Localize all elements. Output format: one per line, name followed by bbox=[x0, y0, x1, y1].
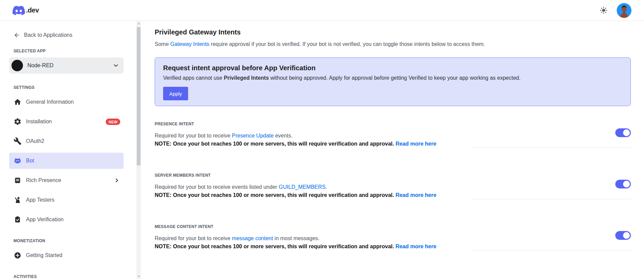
plus-circle-icon bbox=[14, 251, 22, 259]
page-title: Privileged Gateway Intents bbox=[155, 28, 631, 36]
new-badge: NEW bbox=[106, 119, 120, 125]
wrench-icon bbox=[14, 137, 22, 145]
sidebar-item-oauth2[interactable]: OAuth2 bbox=[9, 133, 124, 149]
discord-dev-logo[interactable]: .dev bbox=[12, 6, 39, 15]
scrollbar-down-arrow[interactable] bbox=[137, 276, 140, 277]
intent-label: SERVER MEMBERS INTENT bbox=[155, 173, 472, 178]
message-content-intent-text: MESSAGE CONTENT INTENT Required for your… bbox=[155, 224, 472, 251]
activities-section-label: ACTIVITIES bbox=[9, 274, 124, 279]
settings-section-label: SETTINGS bbox=[9, 85, 124, 90]
intent-label: PRESENCE INTENT bbox=[155, 122, 472, 126]
message-content-link[interactable]: message content bbox=[232, 235, 273, 241]
intent-description: Required for your bot to receive Presenc… bbox=[155, 132, 472, 140]
app-selector[interactable]: Node-RED bbox=[9, 57, 124, 74]
back-arrow-icon bbox=[14, 32, 20, 39]
header-actions bbox=[599, 3, 632, 18]
sidebar-item-label: App Verification bbox=[26, 217, 120, 223]
intent-label: MESSAGE CONTENT INTENT bbox=[155, 224, 472, 229]
server-members-intent-toggle-area bbox=[472, 173, 631, 199]
sidebar-item-app-verification[interactable]: App Verification bbox=[9, 211, 124, 228]
theme-toggle-sun-icon[interactable] bbox=[599, 6, 608, 15]
message-content-intent-toggle[interactable] bbox=[615, 231, 631, 240]
banner-text-bold: Privileged Intents bbox=[224, 75, 269, 81]
clipboard-check-icon bbox=[14, 215, 22, 224]
sidebar-item-getting-started[interactable]: Getting Started bbox=[9, 247, 124, 263]
message-content-intent-row: MESSAGE CONTENT INTENT Required for your… bbox=[155, 224, 631, 255]
back-to-applications-link[interactable]: Back to Applications bbox=[9, 31, 124, 39]
banner-title: Request intent approval before App Verif… bbox=[163, 64, 622, 72]
scrollbar-thumb[interactable] bbox=[137, 27, 140, 166]
intent-desc-after: . bbox=[326, 184, 327, 190]
back-link-label: Back to Applications bbox=[24, 32, 72, 38]
bot-icon bbox=[14, 157, 22, 165]
document-icon bbox=[14, 176, 22, 184]
presence-update-link[interactable]: Presence Update bbox=[232, 133, 274, 138]
sidebar-item-rich-presence[interactable]: Rich Presence bbox=[9, 172, 124, 188]
sidebar-scrollbar[interactable] bbox=[136, 21, 141, 279]
gear-icon bbox=[14, 118, 22, 126]
intent-desc-before: Required for your bot to receive bbox=[155, 133, 232, 138]
intent-approval-banner: Request intent approval before App Verif… bbox=[155, 57, 631, 106]
app-name: Node-RED bbox=[27, 62, 108, 69]
monetization-section-label: MONETIZATION bbox=[9, 238, 124, 243]
chevron-right-icon bbox=[113, 177, 120, 184]
intro-text-after: require approval if your bot is verified… bbox=[209, 41, 485, 47]
intent-desc-before: Required for your bot to receive events … bbox=[155, 184, 279, 190]
presence-intent-toggle-area bbox=[472, 122, 631, 148]
presence-intent-row: PRESENCE INTENT Required for your bot to… bbox=[155, 122, 631, 152]
read-more-link[interactable]: Read more here bbox=[395, 192, 436, 198]
intent-note-text: NOTE: Once your bot reaches 100 or more … bbox=[155, 244, 394, 249]
scrollbar-up-arrow[interactable] bbox=[137, 23, 140, 24]
sidebar-item-label: App Testers bbox=[26, 197, 120, 203]
read-more-link[interactable]: Read more here bbox=[395, 244, 436, 249]
discord-mascot-icon bbox=[12, 6, 25, 15]
server-members-intent-toggle[interactable] bbox=[615, 180, 631, 188]
person-raised-hand-icon bbox=[14, 196, 22, 204]
sidebar-item-app-testers[interactable]: App Testers bbox=[9, 192, 124, 208]
intent-desc-before: Required for your bot to receive bbox=[155, 235, 232, 241]
intent-description: Required for your bot to receive message… bbox=[155, 234, 472, 243]
user-avatar[interactable] bbox=[617, 3, 632, 18]
sidebar-item-label: Getting Started bbox=[26, 252, 120, 258]
sidebar-item-bot[interactable]: Bot bbox=[9, 153, 124, 169]
banner-body: Verified apps cannot use Privileged Inte… bbox=[163, 75, 622, 81]
sidebar-item-label: Rich Presence bbox=[26, 177, 109, 183]
message-content-intent-toggle-area bbox=[472, 224, 631, 251]
intro-text-before: Some bbox=[155, 41, 170, 47]
intent-desc-after: in most messages. bbox=[273, 235, 319, 241]
sidebar-item-label: General Information bbox=[26, 99, 120, 105]
intent-note: NOTE: Once your bot reaches 100 or more … bbox=[155, 191, 472, 199]
intent-note: NOTE: Once your bot reaches 100 or more … bbox=[155, 243, 472, 251]
sidebar-item-label: OAuth2 bbox=[26, 138, 120, 144]
sidebar-item-installation[interactable]: Installation NEW bbox=[9, 113, 124, 130]
gateway-intents-link[interactable]: Gateway Intents bbox=[170, 41, 209, 47]
intent-note: NOTE: Once your bot reaches 100 or more … bbox=[155, 140, 472, 148]
intent-note-text: NOTE: Once your bot reaches 100 or more … bbox=[155, 192, 394, 198]
sidebar: Back to Applications SELECTED APP Node-R… bbox=[0, 21, 141, 279]
intent-desc-after: events. bbox=[274, 133, 292, 138]
selected-app-label: SELECTED APP bbox=[9, 49, 124, 53]
presence-intent-toggle[interactable] bbox=[615, 128, 631, 137]
intro-paragraph: Some Gateway Intents require approval if… bbox=[155, 41, 631, 48]
monetization-nav: Getting Started bbox=[9, 247, 124, 263]
guild-members-link[interactable]: GUILD_MEMBERS bbox=[279, 184, 326, 190]
banner-text-after: without being approved. Apply for approv… bbox=[269, 75, 520, 81]
chevron-down-icon bbox=[112, 62, 120, 69]
apply-button[interactable]: Apply bbox=[163, 87, 188, 100]
intent-note-text: NOTE: Once your bot reaches 100 or more … bbox=[155, 141, 394, 147]
logo-dev-suffix: .dev bbox=[26, 6, 39, 14]
home-icon bbox=[14, 98, 22, 106]
avatar-image bbox=[617, 3, 632, 18]
server-members-intent-row: SERVER MEMBERS INTENT Required for your … bbox=[155, 173, 631, 203]
settings-nav: General Information Installation NEW OAu… bbox=[9, 94, 124, 228]
server-members-intent-text: SERVER MEMBERS INTENT Required for your … bbox=[155, 173, 472, 199]
main-content: Privileged Gateway Intents Some Gateway … bbox=[141, 21, 644, 279]
sidebar-item-label: Installation bbox=[26, 119, 101, 125]
app-avatar bbox=[11, 60, 23, 71]
sidebar-item-label: Bot bbox=[26, 158, 120, 164]
intent-description: Required for your bot to receive events … bbox=[155, 183, 472, 191]
banner-text-before: Verified apps cannot use bbox=[163, 75, 224, 81]
sidebar-item-general-information[interactable]: General Information bbox=[9, 94, 124, 110]
presence-intent-text: PRESENCE INTENT Required for your bot to… bbox=[155, 122, 472, 148]
read-more-link[interactable]: Read more here bbox=[395, 141, 436, 147]
